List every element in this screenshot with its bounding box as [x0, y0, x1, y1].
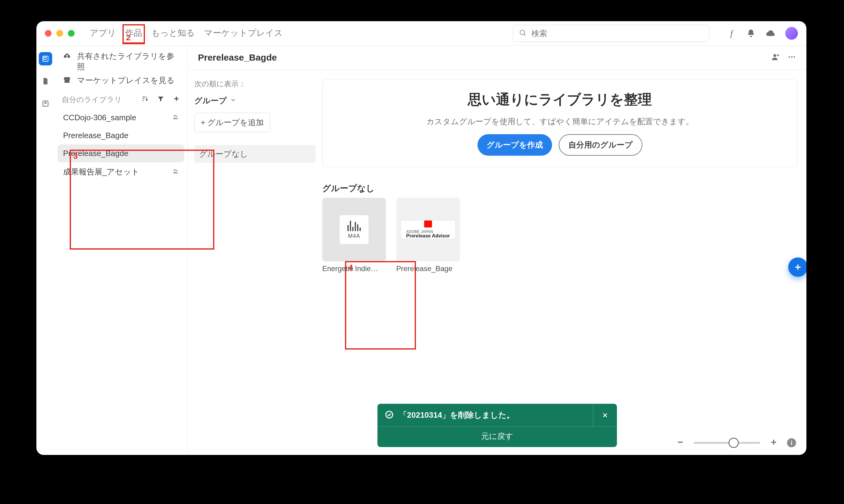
menu-apps[interactable]: アプリ — [88, 26, 118, 40]
sidebar-link-marketplace-label: マーケットプレイスを見る — [77, 75, 175, 86]
add-fab[interactable] — [788, 257, 806, 277]
toast-close-button[interactable] — [593, 404, 617, 427]
toast-undo-button[interactable]: 元に戻す — [481, 431, 513, 442]
library-item-0[interactable]: CCDojo-306_sample — [57, 109, 184, 127]
chevron-down-icon — [230, 96, 237, 105]
library-item-2[interactable]: Prerelease_Bagde — [57, 144, 184, 162]
assets-section: グループなし M4A Energetic Indi — [322, 183, 797, 273]
menu-works-label: 作品 — [125, 28, 142, 38]
asset-name-1: Prerelease_Bage — [396, 265, 460, 273]
library-item-1-name: Prerelease_Bagde — [63, 131, 128, 140]
sidebar-header: 自分のライブラリ — [55, 89, 187, 107]
shared-icon — [172, 167, 179, 177]
left-rail — [36, 46, 55, 455]
svg-point-0 — [520, 30, 524, 35]
adobe-logo-icon — [424, 220, 432, 228]
asset-grid: M4A Energetic Indie… — [322, 198, 797, 273]
svg-rect-2 — [44, 57, 46, 60]
badge-big-text: Prerelease Advisor — [406, 234, 450, 239]
sidebar-section-title: 自分のライブラリ — [62, 95, 122, 105]
zoom-slider[interactable] — [694, 442, 760, 444]
svg-point-6 — [174, 115, 176, 117]
audio-file-icon: M4A — [339, 215, 369, 245]
svg-point-9 — [176, 170, 177, 172]
asset-name-0: Energetic Indie… — [322, 265, 386, 273]
asset-card-1[interactable]: ADOBE JAPAN Prerelease Advisor Prereleas… — [396, 198, 460, 273]
library-item-1[interactable]: Prerelease_Bagde — [57, 127, 184, 144]
add-group-button[interactable]: + グループを追加 — [194, 113, 270, 132]
svg-point-10 — [773, 54, 776, 57]
menu-works[interactable]: 作品 — [123, 26, 144, 40]
sidebar-links: 共有されたライブラリを参照 マーケットプレイスを見る — [55, 46, 187, 89]
rail-files[interactable] — [39, 74, 52, 88]
assets-section-title: グループなし — [322, 183, 797, 194]
svg-point-8 — [174, 169, 176, 171]
notifications-icon[interactable] — [746, 29, 756, 38]
sort-icon[interactable] — [141, 95, 149, 104]
invite-icon[interactable] — [771, 53, 780, 62]
svg-point-5 — [67, 55, 70, 58]
svg-point-12 — [791, 56, 793, 58]
fonts-icon[interactable]: f — [727, 29, 736, 38]
file-ext-label: M4A — [348, 233, 360, 239]
main-header: Prerelease_Bagde — [188, 46, 806, 70]
rail-libraries[interactable] — [39, 52, 52, 66]
sidebar-link-marketplace[interactable]: マーケットプレイスを見る — [62, 75, 180, 86]
info-icon[interactable]: i — [787, 438, 796, 447]
app-window: アプリ 作品 もっと知る マーケットプレイス f — [36, 21, 806, 455]
hero-banner: 思い通りにライブラリを整理 カスタムグループを使用して、すばやく簡単にアイテムを… — [322, 79, 797, 167]
library-item-3-name: 成果報告展_アセット — [63, 167, 139, 177]
display-options: 次の順に表示： グループ + グループを追加 グループなし — [188, 70, 322, 455]
asset-thumb-1: ADOBE JAPAN Prerelease Advisor — [396, 198, 460, 262]
cloud-icon[interactable] — [766, 29, 775, 38]
svg-point-13 — [794, 56, 795, 58]
svg-point-4 — [64, 55, 67, 58]
window-minimize[interactable] — [56, 30, 63, 37]
sidebar-link-shared-libs[interactable]: 共有されたライブラリを参照 — [62, 51, 180, 72]
body: 共有されたライブラリを参照 マーケットプレイスを見る 自分のライブラリ — [36, 46, 806, 455]
display-label: 次の順に表示： — [194, 79, 315, 89]
zoom-controls: i — [676, 438, 796, 448]
main: Prerelease_Bagde 次の順に表示： グループ + グループを追加 — [188, 46, 806, 455]
hero-buttons: グループを作成 自分用のグループ — [332, 134, 788, 156]
search-icon — [519, 29, 527, 38]
window-close[interactable] — [45, 30, 52, 37]
search-field[interactable] — [513, 25, 709, 42]
menu-learn[interactable]: もっと知る — [150, 26, 197, 40]
sidebar-tools — [141, 95, 180, 104]
asset-thumb-0: M4A — [322, 198, 386, 262]
adobe-badge-icon: ADOBE JAPAN Prerelease Advisor — [400, 220, 455, 239]
zoom-in-button[interactable] — [770, 438, 778, 448]
sidebar-link-shared-label: 共有されたライブラリを参照 — [77, 51, 177, 72]
hero-title: 思い通りにライブラリを整理 — [332, 90, 788, 109]
svg-point-7 — [176, 116, 177, 117]
svg-point-11 — [789, 56, 790, 58]
window-controls — [45, 30, 74, 37]
more-icon[interactable] — [788, 53, 796, 62]
zoom-out-button[interactable] — [676, 438, 685, 448]
menu-marketplace[interactable]: マーケットプレイス — [202, 26, 285, 40]
library-item-3[interactable]: 成果報告展_アセット — [57, 162, 184, 181]
window-zoom[interactable] — [68, 30, 74, 37]
display-mode[interactable]: グループ — [194, 95, 315, 106]
zoom-knob[interactable] — [728, 438, 739, 448]
check-circle-icon — [385, 410, 394, 420]
main-header-icons — [771, 53, 796, 62]
personal-group-button[interactable]: 自分用のグループ — [559, 134, 642, 156]
toast: 「20210314」を削除しました。 元に戻す — [377, 404, 617, 447]
add-library-icon[interactable] — [173, 95, 180, 104]
search-input[interactable] — [531, 29, 704, 38]
display-mode-value: グループ — [194, 95, 227, 106]
rail-share[interactable] — [39, 97, 52, 110]
library-item-2-name: Prerelease_Bagde — [63, 149, 128, 158]
binoculars-icon — [62, 52, 72, 60]
titlebar: アプリ 作品 もっと知る マーケットプレイス f — [36, 21, 806, 46]
asset-card-0[interactable]: M4A Energetic Indie… — [322, 198, 386, 273]
group-none-row[interactable]: グループなし — [194, 145, 315, 163]
store-icon — [62, 76, 72, 84]
titlebar-right: f — [727, 27, 798, 40]
create-group-button[interactable]: グループを作成 — [478, 134, 552, 156]
avatar[interactable] — [785, 27, 798, 40]
main-menus: アプリ 作品 もっと知る マーケットプレイス — [88, 26, 285, 40]
filter-icon[interactable] — [157, 95, 164, 104]
